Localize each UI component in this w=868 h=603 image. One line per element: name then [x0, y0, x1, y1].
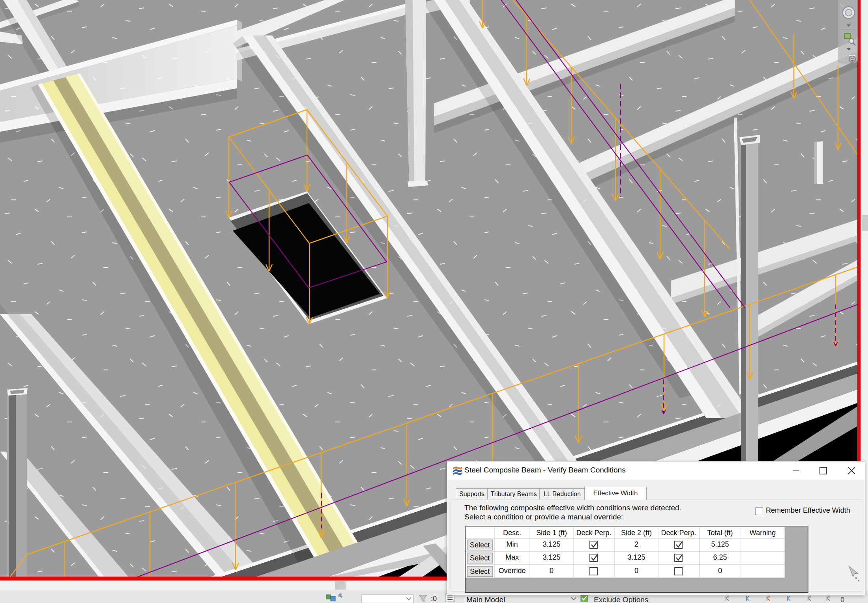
svg-text:3.125: 3.125 [542, 540, 560, 548]
svg-text:Select: Select [470, 568, 490, 575]
svg-text:Side 1 (ft): Side 1 (ft) [536, 529, 567, 537]
svg-text:Warning: Warning [750, 529, 776, 537]
svg-text:0: 0 [550, 567, 554, 575]
svg-text:Deck Perp.: Deck Perp. [661, 529, 696, 537]
svg-text:3.125: 3.125 [542, 553, 560, 561]
svg-text::0: :0 [431, 595, 437, 603]
svg-text:Total (ft): Total (ft) [707, 529, 733, 537]
svg-text:0: 0 [840, 596, 845, 603]
svg-text:0: 0 [718, 567, 722, 575]
svg-text:6.25: 6.25 [713, 553, 727, 561]
svg-text:Main Model: Main Model [466, 596, 505, 603]
svg-text:0: 0 [634, 567, 638, 575]
svg-text:3.125: 3.125 [627, 553, 645, 561]
svg-text:Select: Select [470, 541, 490, 549]
svg-text:Select: Select [470, 554, 490, 562]
svg-text:Desc.: Desc. [503, 529, 521, 537]
svg-text:5.125: 5.125 [711, 540, 729, 548]
svg-text:2: 2 [634, 540, 638, 548]
svg-text:Exclude Options: Exclude Options [594, 596, 648, 603]
svg-text:Side 2 (ft): Side 2 (ft) [621, 529, 652, 537]
svg-text:Max: Max [505, 553, 519, 561]
svg-text:Override: Override [498, 567, 526, 575]
svg-text:Deck Perp.: Deck Perp. [576, 529, 611, 537]
svg-text:Min: Min [506, 540, 518, 548]
